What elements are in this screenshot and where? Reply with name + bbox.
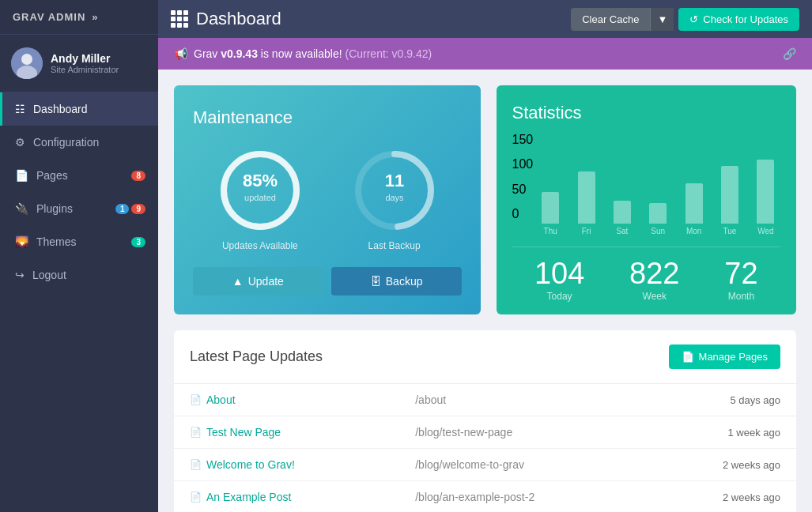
chart-bar-mon [685, 183, 703, 224]
notif-link-icon[interactable]: 🔗 [783, 47, 796, 60]
maintenance-buttons: ▲ Update 🗄 Backup [193, 267, 462, 296]
updates-gauge: 85% updated Updates Available [217, 147, 304, 251]
manage-pages-button[interactable]: 📄 Manage Pages [669, 344, 780, 369]
stats-numbers: 104 Today 822 Week 72 Month [512, 247, 781, 302]
page-path-cell: /blog/an-example-post-2 [399, 481, 648, 513]
chart-area: 150 100 50 0 Thu Fri Sat Sun Mon [512, 133, 781, 235]
y-label-100: 100 [512, 157, 534, 171]
svg-text:11: 11 [384, 171, 403, 190]
content-area: Maintenance 85% updated Updates Availabl… [158, 70, 812, 512]
notif-middle: is now available! [258, 47, 342, 60]
sidebar-item-logout[interactable]: ↪ Logout [0, 258, 158, 292]
stat-month-label: Month [724, 291, 757, 302]
megaphone-icon: 📢 [174, 47, 187, 60]
y-label-150: 150 [512, 133, 534, 147]
refresh-icon: ↺ [689, 13, 698, 25]
page-link[interactable]: 📄 Test New Page [190, 426, 383, 439]
pages-title: Latest Page Updates [190, 348, 323, 365]
table-row: 📄 Test New Page /blog/test-new-page 1 we… [174, 416, 796, 449]
topbar-actions: Clear Cache ▼ ↺ Check for Updates [571, 8, 799, 31]
chart-col-fri: Fri [572, 149, 601, 235]
user-profile: Andy Miller Site Administrator [0, 35, 158, 92]
chart-col-mon: Mon [679, 149, 708, 235]
page-name: Test New Page [206, 426, 281, 439]
chart-bar-sun [649, 203, 667, 224]
page-name: Welcome to Grav! [206, 458, 295, 471]
page-path-cell: /blog/test-new-page [399, 416, 648, 449]
updates-sub: Updates Available [217, 240, 304, 251]
table-row: 📄 An Example Post /blog/an-example-post-… [174, 481, 796, 513]
pages-icon: 📄 [15, 169, 28, 182]
svg-text:days: days [385, 193, 404, 202]
themes-badge: 3 [131, 237, 145, 247]
page-name: An Example Post [206, 491, 291, 503]
notif-version-current: (Current: v0.9.42) [345, 47, 432, 60]
table-row: 📄 Welcome to Grav! /blog/welcome-to-grav… [174, 449, 796, 481]
page-file-icon: 📄 [190, 427, 202, 438]
manage-pages-label: Manage Pages [699, 351, 768, 363]
backup-label: Backup [386, 275, 423, 288]
stat-today: 104 Today [534, 257, 584, 302]
svg-text:updated: updated [244, 193, 276, 202]
sidebar-item-themes[interactable]: 🌄 Themes 3 [0, 225, 158, 258]
user-role: Site Administrator [51, 65, 119, 74]
chart-bars: Thu Fri Sat Sun Mon Tue Wed [536, 149, 781, 235]
sidebar-item-pages[interactable]: 📄 Pages 8 [0, 159, 158, 192]
page-link[interactable]: 📄 About [190, 393, 383, 406]
sidebar-label-dashboard: Dashboard [33, 103, 88, 115]
svg-point-4 [224, 154, 296, 227]
notif-prefix: Grav [194, 47, 221, 60]
stat-week: 822 Week [629, 257, 679, 302]
table-row: 📄 About /about 5 days ago [174, 384, 796, 416]
clear-cache-button[interactable]: Clear Cache [571, 8, 650, 31]
page-time-cell: 2 weeks ago [648, 449, 796, 481]
sidebar: GRAV ADMIN » Andy Miller Site Administra… [0, 0, 158, 512]
manage-pages-icon: 📄 [682, 351, 694, 363]
stat-week-value: 822 [629, 257, 679, 291]
chart-label-wed: Wed [757, 227, 773, 235]
topbar: Dashboard Clear Cache ▼ ↺ Check for Upda… [158, 0, 812, 38]
clear-cache-dropdown[interactable]: ▼ [650, 8, 674, 31]
chart-bar-fri [578, 171, 595, 224]
sidebar-label-configuration: Configuration [33, 136, 99, 149]
page-path-cell: /blog/welcome-to-grav [399, 449, 648, 481]
page-link[interactable]: 📄 Welcome to Grav! [190, 458, 383, 471]
app-logo[interactable]: GRAV ADMIN » [0, 0, 158, 35]
upload-icon: ▲ [232, 275, 244, 288]
update-button[interactable]: ▲ Update [193, 267, 323, 296]
update-label: Update [248, 275, 284, 288]
sidebar-nav: ☷ Dashboard ⚙ Configuration 📄 Pages 8 🔌 … [0, 92, 158, 512]
chart-bar-tue [721, 166, 738, 224]
maintenance-card: Maintenance 85% updated Updates Availabl… [174, 85, 481, 314]
pages-table: 📄 About /about 5 days ago 📄 Test New Pag… [174, 384, 796, 512]
page-link[interactable]: 📄 An Example Post [190, 491, 383, 503]
y-label-0: 0 [512, 207, 534, 221]
chart-label-mon: Mon [686, 227, 701, 235]
dashboard-icon: ☷ [15, 103, 25, 115]
page-title: Dashboard [196, 9, 281, 29]
app-title: GRAV ADMIN [13, 11, 85, 23]
y-label-50: 50 [512, 183, 534, 197]
backup-icon: 🗄 [370, 275, 381, 288]
sidebar-item-plugins[interactable]: 🔌 Plugins 1 9 [0, 192, 158, 225]
plugins-badge-1: 1 [115, 204, 130, 214]
check-updates-button[interactable]: ↺ Check for Updates [678, 8, 799, 31]
sidebar-item-configuration[interactable]: ⚙ Configuration [0, 126, 158, 159]
stat-today-label: Today [534, 291, 584, 302]
page-file-icon: 📄 [190, 491, 202, 503]
pages-header: Latest Page Updates 📄 Manage Pages [174, 330, 796, 384]
svg-text:85%: 85% [243, 171, 278, 190]
sidebar-item-dashboard[interactable]: ☷ Dashboard [0, 92, 158, 126]
main-area: Dashboard Clear Cache ▼ ↺ Check for Upda… [158, 0, 812, 512]
page-name-cell: 📄 Welcome to Grav! [174, 449, 399, 481]
chart-label-thu: Thu [544, 227, 557, 235]
page-name: About [206, 393, 236, 406]
chart-bar-wed [757, 160, 774, 224]
chart-y-labels: 150 100 50 0 [512, 133, 534, 235]
notification-bar: 📢 Grav v0.9.43 is now available! (Curren… [158, 38, 812, 70]
page-file-icon: 📄 [190, 394, 202, 405]
page-title-area: Dashboard [171, 9, 281, 29]
stat-month: 72 Month [724, 257, 757, 302]
stat-today-value: 104 [534, 257, 584, 291]
backup-button[interactable]: 🗄 Backup [331, 267, 462, 296]
